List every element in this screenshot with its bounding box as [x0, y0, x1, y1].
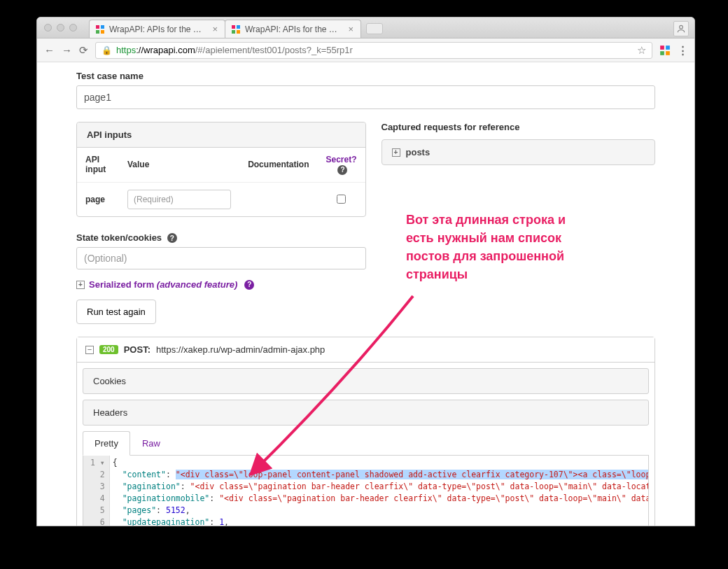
page-content: Test case name API inputs API input Valu…: [37, 62, 694, 526]
test-case-name-input[interactable]: [76, 85, 655, 109]
state-token-label: State token/cookies ?: [76, 232, 366, 244]
api-inputs-panel: API inputs API input Value Documentation…: [76, 122, 366, 217]
close-tab-icon[interactable]: ×: [348, 24, 354, 34]
reload-button[interactable]: ⟳: [79, 44, 88, 57]
svg-rect-2: [96, 30, 99, 34]
col-value: Value: [119, 148, 239, 182]
input-name: page: [77, 182, 119, 216]
test-case-name-label: Test case name: [76, 71, 655, 81]
input-value-page[interactable]: [127, 190, 231, 209]
col-documentation: Documentation: [239, 148, 317, 182]
svg-rect-11: [660, 51, 664, 55]
headers-accordion[interactable]: Headers: [83, 400, 649, 426]
svg-rect-9: [660, 45, 664, 50]
tab-title: WrapAPI: APIs for the whole w: [245, 24, 341, 34]
profile-button[interactable]: [673, 21, 689, 36]
col-api-input: API input: [77, 148, 119, 182]
captured-request-name: posts: [406, 147, 430, 157]
toolbar: ← → ⟳ 🔒 https://wrapapi.com/#/apielement…: [37, 38, 694, 62]
svg-rect-5: [237, 25, 240, 29]
address-bar[interactable]: 🔒 https://wrapapi.com/#/apielement/test0…: [95, 42, 652, 59]
tab-strip: WrapAPI: APIs for the whole w × WrapAPI:…: [37, 17, 694, 38]
svg-rect-6: [232, 30, 235, 34]
svg-rect-3: [101, 30, 104, 34]
captured-requests-heading: Captured requests for reference: [382, 122, 656, 132]
help-icon[interactable]: ?: [244, 280, 254, 290]
http-method: POST:: [124, 344, 150, 355]
api-inputs-heading: API inputs: [77, 122, 365, 148]
response-code[interactable]: 1 ▾ 2 3 4 5 6 { "content": "<div class=\…: [83, 456, 649, 526]
window-controls[interactable]: [44, 24, 77, 31]
url-path: /#/apielement/test001/posts?_k=55rp1r: [195, 45, 353, 55]
forward-button[interactable]: →: [62, 44, 72, 56]
lock-icon: 🔒: [102, 45, 112, 55]
new-tab-button[interactable]: [366, 23, 383, 34]
captured-request-item[interactable]: + posts: [382, 139, 656, 165]
help-icon[interactable]: ?: [167, 233, 177, 243]
bookmark-star-icon[interactable]: ☆: [637, 44, 646, 57]
url-scheme: https: [116, 45, 136, 55]
input-row-page: page: [77, 182, 365, 216]
help-icon[interactable]: ?: [337, 165, 347, 175]
run-test-button[interactable]: Run test again: [76, 300, 156, 324]
tab-pretty[interactable]: Pretty: [83, 431, 130, 456]
svg-rect-1: [101, 25, 104, 29]
response-tabs: Pretty Raw: [83, 431, 649, 456]
browser-tab-1[interactable]: WrapAPI: APIs for the whole w ×: [225, 20, 361, 38]
line-gutter: 1 ▾ 2 3 4 5 6: [83, 456, 110, 526]
svg-rect-12: [666, 51, 670, 55]
close-tab-icon[interactable]: ×: [212, 24, 218, 34]
expand-icon: +: [392, 148, 400, 157]
secret-checkbox[interactable]: [337, 195, 346, 204]
tab-raw[interactable]: Raw: [130, 431, 172, 455]
close-dot[interactable]: [44, 24, 52, 31]
highlighted-content-string: "<div class=\"loop-panel content-panel s…: [176, 470, 648, 479]
wrapapi-favicon: [95, 24, 105, 34]
request-url: https://xakep.ru/wp-admin/admin-ajax.php: [156, 344, 325, 355]
status-badge: 200: [99, 345, 118, 354]
serialized-form-toggle[interactable]: + Serialized form (advanced feature) ?: [76, 279, 366, 290]
menu-button[interactable]: ⋮: [678, 44, 687, 57]
svg-rect-0: [96, 25, 99, 29]
url-host: ://wrapapi.com: [136, 45, 195, 55]
svg-rect-10: [666, 45, 670, 50]
extension-icon[interactable]: [659, 45, 671, 56]
cookies-accordion[interactable]: Cookies: [83, 368, 649, 394]
tab-title: WrapAPI: APIs for the whole w: [109, 24, 205, 34]
browser-tab-0[interactable]: WrapAPI: APIs for the whole w ×: [89, 20, 225, 38]
state-token-input[interactable]: [76, 247, 366, 269]
minimize-dot[interactable]: [57, 24, 64, 31]
svg-point-8: [680, 25, 683, 29]
browser-window: WrapAPI: APIs for the whole w × WrapAPI:…: [36, 17, 695, 526]
wrapapi-favicon: [231, 24, 241, 34]
svg-rect-7: [237, 30, 240, 34]
back-button[interactable]: ←: [44, 44, 55, 56]
collapse-icon[interactable]: −: [85, 346, 94, 354]
expand-icon: +: [76, 281, 85, 289]
viewport: Test case name API inputs API input Valu…: [37, 62, 694, 526]
code-lines: { "content": "<div class=\"loop-panel co…: [110, 456, 648, 526]
zoom-dot[interactable]: [69, 24, 77, 31]
svg-rect-4: [232, 25, 235, 29]
col-secret: Secret? ?: [317, 148, 365, 182]
request-result-block: − 200 POST: https://xakep.ru/wp-admin/ad…: [76, 337, 655, 526]
